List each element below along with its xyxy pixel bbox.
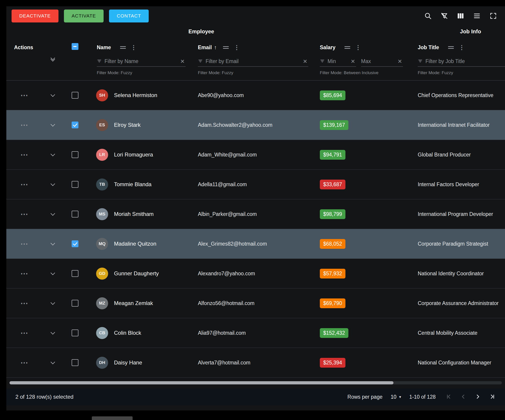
job-title: National Identity Coordinator xyxy=(418,271,484,276)
salary-min-input[interactable] xyxy=(328,58,347,64)
row-expand-button[interactable] xyxy=(51,123,54,127)
table-row: ⋯ MQMadaline Quitzon Alex_Grimes82@hotma… xyxy=(6,229,505,259)
avatar: MS xyxy=(96,208,108,220)
offscreen-element-fragment xyxy=(92,416,133,420)
clear-filter-icon[interactable]: ✕ xyxy=(179,58,186,65)
column-menu-icon[interactable]: ⋮ xyxy=(234,45,240,50)
row-actions-button[interactable]: ⋯ xyxy=(20,121,29,129)
row-actions-button[interactable]: ⋯ xyxy=(20,299,29,307)
rows-per-page-select[interactable]: 10 ▾ xyxy=(391,394,401,400)
column-header-row: Actions Name ⋮ xyxy=(6,38,505,81)
expand-all-button[interactable] xyxy=(51,43,54,75)
chevron-down-icon xyxy=(50,271,55,275)
row-actions-button[interactable]: ⋯ xyxy=(20,151,29,159)
table-body: ⋯ SHSelena Hermiston Abe90@yahoo.com $85… xyxy=(6,81,505,378)
horizontal-scrollbar[interactable] xyxy=(10,381,502,384)
drag-handle-icon[interactable] xyxy=(223,46,229,49)
chevron-down-icon xyxy=(50,122,55,127)
activate-button[interactable]: ACTIVATE xyxy=(64,10,104,22)
drag-handle-icon[interactable] xyxy=(120,46,126,49)
row-checkbox[interactable] xyxy=(72,92,78,99)
last-page-button[interactable] xyxy=(487,392,497,402)
row-actions-button[interactable]: ⋯ xyxy=(20,329,29,337)
clear-filter-icon[interactable]: ✕ xyxy=(302,58,308,65)
row-actions-button[interactable]: ⋯ xyxy=(20,270,29,277)
clear-filter-icon[interactable]: ✕ xyxy=(350,58,356,65)
fullscreen-button[interactable] xyxy=(488,10,499,21)
density-button[interactable] xyxy=(472,10,482,21)
next-page-button[interactable] xyxy=(473,392,483,402)
row-checkbox[interactable] xyxy=(72,181,78,188)
row-checkbox[interactable] xyxy=(72,240,78,247)
table-row: ⋯ CBColin Block Alia97@hotmail.com $152,… xyxy=(6,318,505,348)
row-actions-button[interactable]: ⋯ xyxy=(20,210,29,218)
row-actions-button[interactable]: ⋯ xyxy=(20,180,29,188)
row-actions-button[interactable]: ⋯ xyxy=(20,359,29,367)
pagination-controls xyxy=(444,392,497,402)
rows-per-page-label: Rows per page xyxy=(347,394,383,400)
employee-email: Alverta7@hotmail.com xyxy=(198,360,251,366)
job-title: Chief Operations Representative xyxy=(418,92,493,98)
table-row: ⋯ ESElroy Stark Adam.Schowalter2@yahoo.c… xyxy=(6,110,505,140)
chevron-right-icon xyxy=(474,393,481,401)
clear-filter-icon[interactable]: ✕ xyxy=(397,58,403,65)
row-checkbox[interactable] xyxy=(72,211,78,217)
filter-toggle-button[interactable] xyxy=(439,10,450,21)
chevron-down-icon xyxy=(50,211,55,216)
more-horiz-icon: ⋯ xyxy=(20,270,29,277)
employee-name: Meagan Zemlak xyxy=(114,300,153,306)
rows-per-page-value: 10 xyxy=(391,394,397,400)
row-expand-button[interactable] xyxy=(51,331,54,335)
job-title-column-header[interactable]: Job Title xyxy=(418,45,439,51)
row-checkbox[interactable] xyxy=(72,300,78,307)
scrollbar-thumb[interactable] xyxy=(10,381,393,384)
column-menu-icon[interactable]: ⋮ xyxy=(355,45,361,50)
job-title-filter-input[interactable] xyxy=(425,58,505,64)
row-checkbox[interactable] xyxy=(72,359,78,366)
row-expand-button[interactable] xyxy=(51,242,54,245)
row-expand-button[interactable] xyxy=(51,361,54,364)
row-expand-button[interactable] xyxy=(51,272,54,275)
name-filter-input[interactable] xyxy=(105,58,177,64)
name-column-header[interactable]: Name xyxy=(97,45,111,51)
row-expand-button[interactable] xyxy=(51,94,54,97)
employee-name: Tommie Blanda xyxy=(114,181,152,188)
avatar: MZ xyxy=(96,297,108,309)
email-filter-input[interactable] xyxy=(206,58,299,64)
deactivate-button[interactable]: DEACTIVATE xyxy=(12,10,58,22)
toolbar-icons xyxy=(423,10,499,21)
table-row: ⋯ LRLori Romaguera Adam_White@gmail.com … xyxy=(6,140,505,170)
search-button[interactable] xyxy=(423,10,433,21)
columns-button[interactable] xyxy=(455,10,466,21)
row-checkbox[interactable] xyxy=(72,270,78,277)
previous-page-button[interactable] xyxy=(458,392,468,402)
employee-email: Adella11@gmail.com xyxy=(198,181,247,187)
first-page-button[interactable] xyxy=(444,392,454,402)
salary-max-input[interactable] xyxy=(361,58,394,64)
row-actions-button[interactable]: ⋯ xyxy=(20,240,29,248)
row-checkbox[interactable] xyxy=(72,151,78,158)
employee-name: Daisy Hane xyxy=(114,359,142,366)
email-column-header[interactable]: Email xyxy=(198,45,212,51)
column-menu-icon[interactable]: ⋮ xyxy=(131,45,137,50)
row-checkbox[interactable] xyxy=(72,330,78,336)
data-table: DEACTIVATE ACTIVATE CONTACT xyxy=(6,6,505,410)
contact-button[interactable]: CONTACT xyxy=(109,10,149,22)
table-toolbar: DEACTIVATE ACTIVATE CONTACT xyxy=(6,6,505,25)
row-expand-button[interactable] xyxy=(51,183,54,186)
salary-column-header[interactable]: Salary xyxy=(320,45,335,51)
filter-list-icon xyxy=(418,58,423,64)
drag-handle-icon[interactable] xyxy=(345,46,350,49)
column-menu-icon[interactable]: ⋮ xyxy=(459,45,465,50)
select-all-checkbox[interactable] xyxy=(72,43,78,50)
group-header-employee: Employee xyxy=(188,28,214,35)
row-checkbox[interactable] xyxy=(72,121,78,128)
row-expand-button[interactable] xyxy=(51,212,54,216)
drag-handle-icon[interactable] xyxy=(448,46,454,49)
row-actions-button[interactable]: ⋯ xyxy=(20,91,29,99)
row-expand-button[interactable] xyxy=(51,302,54,305)
job-title-filter-field xyxy=(418,56,505,67)
email-filter-field: ✕ xyxy=(198,56,308,67)
row-expand-button[interactable] xyxy=(51,153,54,156)
sort-asc-icon[interactable]: ↑ xyxy=(214,44,217,51)
